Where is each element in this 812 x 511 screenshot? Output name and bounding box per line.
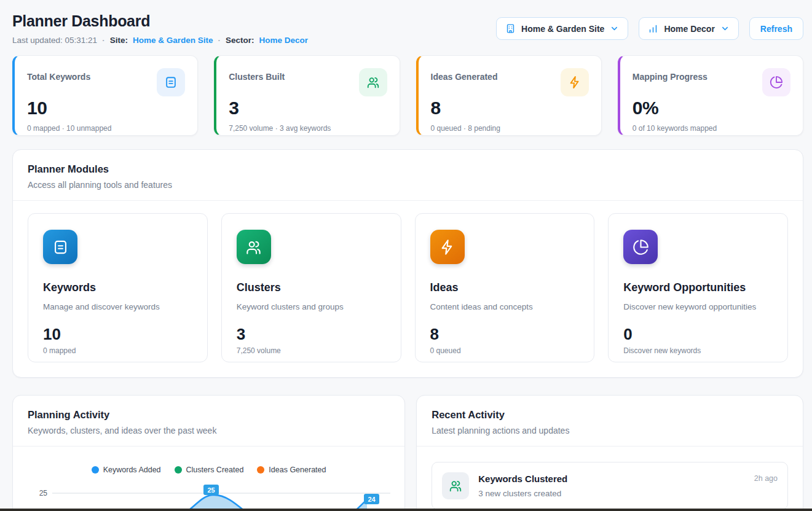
- stat-label: Mapping Progress: [633, 72, 708, 82]
- stat-subtext: 0 of 10 keywords mapped: [633, 124, 790, 133]
- activity-timestamp: 2h ago: [754, 474, 778, 483]
- site-selector-button[interactable]: Home & Garden Site: [496, 17, 628, 40]
- legend-item-ideas-generated: Ideas Generated: [257, 466, 326, 474]
- pie-chart-icon: [623, 230, 658, 264]
- module-card-ideas[interactable]: Ideas Content ideas and concepts 8 0 que…: [415, 213, 595, 362]
- document-icon: [43, 230, 77, 264]
- activity-description: 3 new clusters created: [478, 489, 745, 498]
- stat-value: 0%: [633, 98, 790, 119]
- module-subtext: 0 mapped: [43, 346, 192, 355]
- refresh-button[interactable]: Refresh: [749, 17, 803, 40]
- sector-selector-button[interactable]: Home Decor: [639, 17, 738, 40]
- module-card-keyword-opportunities[interactable]: Keyword Opportunities Discover new keywo…: [608, 213, 788, 362]
- planner-dashboard-page: Planner Dashboard Last updated: 05:31:21…: [0, 0, 812, 511]
- stat-value: 3: [229, 98, 387, 119]
- sector-link[interactable]: Home Decor: [259, 36, 308, 45]
- module-value: 3: [237, 325, 386, 344]
- site-label: Site:: [110, 36, 128, 45]
- page-meta: Last updated: 05:31:21 · Site: Home & Ga…: [12, 36, 308, 45]
- pie-chart-icon: [762, 68, 790, 96]
- activity-area-chart: 25 25 24: [13, 481, 404, 511]
- stat-card-top: Ideas Generated: [431, 68, 589, 96]
- module-value: 8: [430, 325, 580, 344]
- planning-activity-header: Planning Activity Keywords, clusters, an…: [13, 396, 404, 446]
- legend-label: Clusters Created: [186, 466, 244, 474]
- header-left: Planner Dashboard Last updated: 05:31:21…: [12, 12, 308, 45]
- page-header: Planner Dashboard Last updated: 05:31:21…: [12, 12, 803, 45]
- bottom-row: Planning Activity Keywords, clusters, an…: [12, 395, 803, 511]
- chart-canvas: 25 25 24: [13, 481, 404, 511]
- module-subtext: Discover new keywords: [623, 346, 773, 355]
- module-card-clusters[interactable]: Clusters Keyword clusters and groups 3 7…: [221, 213, 401, 362]
- stat-label: Clusters Built: [229, 72, 285, 82]
- modules-subtitle: Access all planning tools and features: [28, 180, 788, 190]
- activity-title: Keywords Clustered: [478, 474, 745, 484]
- stat-card-mapping-progress: Mapping Progress 0% 0 of 10 keywords map…: [618, 55, 803, 136]
- activity-item-keywords-clustered: Keywords Clustered 3 new clusters create…: [432, 462, 788, 510]
- recent-activity-subtitle: Latest planning actions and updates: [432, 426, 788, 435]
- stat-card-top: Mapping Progress: [633, 68, 790, 96]
- point-label-badge: 25: [203, 485, 219, 495]
- stat-cards-row: Total Keywords 10 0 mapped · 10 unmapped…: [12, 55, 803, 136]
- users-icon: [442, 472, 469, 499]
- stat-subtext: 0 queued · 8 pending: [431, 124, 589, 133]
- recent-activity-header: Recent Activity Latest planning actions …: [417, 396, 803, 446]
- modules-title: Planner Modules: [28, 163, 788, 175]
- stat-subtext: 7,250 volume · 3 avg keywords: [229, 124, 387, 133]
- page-title: Planner Dashboard: [12, 12, 308, 30]
- module-description: Content ideas and concepts: [430, 302, 580, 311]
- modules-grid: Keywords Manage and discover keywords 10…: [13, 201, 803, 377]
- legend-dot: [257, 466, 264, 474]
- chart-legend: Keywords Added Clusters Created Ideas Ge…: [13, 466, 404, 474]
- module-value: 0: [623, 325, 773, 344]
- module-subtext: 0 queued: [430, 346, 580, 355]
- module-description: Discover new keyword opportunities: [623, 302, 773, 311]
- svg-text:25: 25: [207, 486, 215, 494]
- stat-card-top: Clusters Built: [229, 68, 387, 96]
- planner-modules-panel: Planner Modules Access all planning tool…: [12, 149, 803, 378]
- header-actions: Home & Garden Site Home Decor Refresh: [496, 17, 803, 40]
- bar-chart-icon: [648, 23, 658, 34]
- module-value: 10: [43, 325, 192, 344]
- activity-list: Keywords Clustered 3 new clusters create…: [417, 447, 803, 511]
- module-title: Ideas: [430, 281, 580, 294]
- stat-label: Total Keywords: [27, 72, 90, 82]
- activity-body: Keywords Clustered 3 new clusters create…: [478, 472, 745, 498]
- module-description: Keyword clusters and groups: [237, 302, 386, 311]
- stat-label: Ideas Generated: [431, 72, 498, 82]
- stat-card-clusters-built: Clusters Built 3 7,250 volume · 3 avg ke…: [214, 55, 400, 136]
- stat-card-ideas-generated: Ideas Generated 8 0 queued · 8 pending: [416, 55, 602, 136]
- y-axis-tick: 25: [39, 489, 48, 497]
- svg-text:24: 24: [368, 496, 376, 503]
- chevron-down-icon: [720, 24, 730, 33]
- divider: [13, 446, 404, 447]
- stat-value: 8: [431, 98, 589, 119]
- planning-activity-panel: Planning Activity Keywords, clusters, an…: [12, 395, 405, 511]
- recent-activity-title: Recent Activity: [432, 409, 788, 421]
- legend-item-clusters-created: Clusters Created: [175, 466, 244, 474]
- legend-label: Keywords Added: [103, 466, 161, 474]
- users-icon: [359, 68, 387, 96]
- sector-label: Sector:: [226, 36, 254, 45]
- site-selector-label: Home & Garden Site: [521, 24, 604, 34]
- module-title: Clusters: [237, 281, 386, 294]
- stat-subtext: 0 mapped · 10 unmapped: [27, 124, 185, 133]
- site-link[interactable]: Home & Garden Site: [133, 36, 213, 45]
- planning-activity-subtitle: Keywords, clusters, and ideas over the p…: [28, 426, 390, 435]
- document-icon: [157, 68, 185, 96]
- planning-activity-title: Planning Activity: [28, 409, 390, 421]
- legend-item-keywords-added: Keywords Added: [92, 466, 161, 474]
- meta-separator: ·: [102, 36, 105, 45]
- sector-selector-label: Home Decor: [664, 24, 714, 34]
- chevron-down-icon: [610, 24, 619, 33]
- legend-dot: [175, 466, 182, 474]
- bottom-edge-bar: [0, 509, 812, 511]
- lightning-icon: [430, 230, 465, 264]
- stat-value: 10: [27, 98, 185, 119]
- module-subtext: 7,250 volume: [237, 346, 386, 355]
- legend-label: Ideas Generated: [269, 466, 326, 474]
- stat-card-top: Total Keywords: [27, 68, 185, 96]
- module-card-keywords[interactable]: Keywords Manage and discover keywords 10…: [28, 213, 208, 362]
- recent-activity-panel: Recent Activity Latest planning actions …: [416, 395, 803, 511]
- modules-panel-header: Planner Modules Access all planning tool…: [13, 150, 803, 200]
